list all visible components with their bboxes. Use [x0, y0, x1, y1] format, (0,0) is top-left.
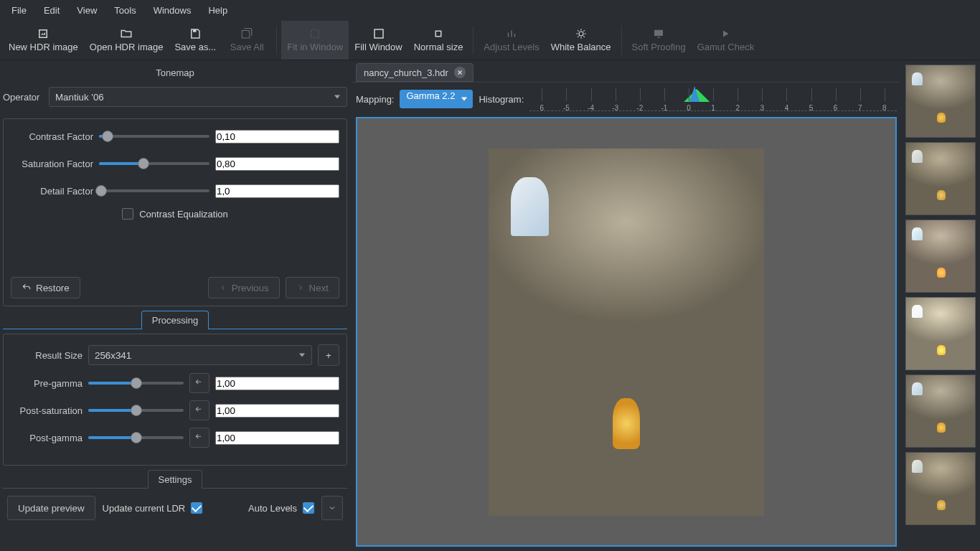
processing-tabs: Processing — [3, 311, 347, 329]
chevron-right-icon — [296, 283, 305, 292]
save-all-label: Save All — [230, 42, 264, 52]
thumbnail[interactable] — [905, 297, 976, 370]
image-canvas[interactable] — [356, 117, 897, 547]
detail-label: Detail Factor — [11, 186, 93, 197]
white-balance-button[interactable]: White Balance — [545, 21, 617, 60]
contrast-eq-checkbox[interactable] — [122, 208, 133, 220]
tab-processing[interactable]: Processing — [141, 311, 209, 329]
file-tab[interactable]: nancy_church_3.hdr — [356, 63, 473, 82]
histogram-tick: 6 — [529, 104, 554, 112]
operator-select[interactable]: Mantiuk '06 — [49, 87, 347, 107]
viewer-controls: Mapping: Gamma 2.2 Histogram: 6-5-4-3-2-… — [352, 82, 901, 116]
detail-slider[interactable] — [99, 181, 209, 201]
save-all-button[interactable]: Save All — [222, 21, 272, 60]
postgamma-label: Post-gamma — [11, 433, 83, 443]
pregamma-label: Pre-gamma — [11, 378, 83, 389]
thumbnail[interactable] — [905, 375, 976, 448]
folder-icon — [120, 27, 133, 40]
separator — [276, 26, 277, 55]
thumbnail[interactable] — [905, 142, 976, 215]
postgamma-value[interactable] — [215, 431, 339, 445]
saturation-value[interactable] — [215, 157, 339, 171]
reset-icon — [194, 433, 204, 443]
update-preview-button[interactable]: Update preview — [7, 496, 95, 520]
restore-button[interactable]: Restore — [11, 277, 80, 298]
fill-window-button[interactable]: Fill Window — [349, 21, 407, 60]
menu-file[interactable]: File — [3, 2, 35, 19]
file-tab-bar: nancy_church_3.hdr — [352, 60, 901, 82]
histogram-tick: 2 — [725, 104, 750, 112]
sun-icon — [575, 27, 588, 40]
processing-panel: Result Size 256x341 + Pre-gamma Post-sat… — [3, 334, 347, 466]
postsat-slider[interactable] — [88, 400, 184, 420]
postsat-label: Post-saturation — [11, 405, 83, 416]
open-hdr-label: Open HDR image — [90, 42, 164, 52]
soft-proofing-label: Soft Proofing — [632, 42, 686, 52]
mapping-label: Mapping: — [356, 94, 394, 105]
histogram-tick: -5 — [554, 104, 578, 112]
thumbnail[interactable] — [905, 220, 976, 293]
menu-help[interactable]: Help — [199, 2, 236, 19]
bottom-bar: Update preview Update current LDR Auto L… — [3, 493, 347, 523]
saturation-slider[interactable] — [99, 154, 209, 174]
postsat-reset[interactable] — [189, 400, 209, 420]
svg-rect-2 — [374, 29, 383, 38]
histogram[interactable]: 6-5-4-3-2-1012345678 — [529, 87, 897, 111]
contrast-slider[interactable] — [99, 126, 209, 146]
normal-size-button[interactable]: Normal size — [408, 21, 469, 60]
thumbnail[interactable] — [905, 65, 976, 138]
result-size-select[interactable]: 256x341 — [88, 345, 312, 365]
previous-button[interactable]: Previous — [208, 277, 280, 298]
histogram-tick: -1 — [652, 104, 677, 112]
play-icon — [719, 27, 732, 40]
auto-levels-checkbox[interactable] — [303, 502, 314, 514]
histogram-tick: 4 — [774, 104, 798, 112]
tonemap-params: Contrast Factor Saturation Factor Detail… — [3, 118, 347, 306]
preview-image — [489, 149, 764, 516]
pregamma-reset[interactable] — [189, 373, 209, 393]
save-as-button[interactable]: Save as... — [169, 21, 222, 60]
file-tab-label: nancy_church_3.hdr — [364, 67, 448, 78]
result-size-plus-button[interactable]: + — [318, 344, 339, 366]
auto-levels-label: Auto Levels — [248, 503, 297, 514]
floppy-stack-icon — [240, 27, 253, 40]
histogram-tick: 0 — [677, 104, 701, 112]
pregamma-value[interactable] — [215, 377, 339, 390]
contrast-value[interactable] — [215, 130, 339, 143]
postsat-value[interactable] — [215, 404, 339, 418]
contrast-label: Contrast Factor — [11, 131, 93, 142]
white-balance-label: White Balance — [551, 42, 611, 52]
monitor-icon — [652, 27, 665, 40]
thumbnail[interactable] — [905, 452, 976, 525]
tab-settings[interactable]: Settings — [148, 470, 203, 489]
new-hdr-button[interactable]: New HDR image — [3, 21, 84, 60]
saturation-label: Saturation Factor — [11, 159, 93, 169]
auto-levels-menu-button[interactable] — [321, 496, 343, 520]
histogram-tick: -3 — [603, 104, 628, 112]
postgamma-reset[interactable] — [189, 428, 209, 448]
next-button[interactable]: Next — [286, 277, 339, 298]
fit-window-button[interactable]: Fit in Window — [281, 21, 349, 60]
viewer-area: nancy_church_3.hdr Mapping: Gamma 2.2 Hi… — [352, 60, 901, 551]
menu-tools[interactable]: Tools — [105, 2, 144, 19]
menu-view[interactable]: View — [68, 2, 105, 19]
soft-proofing-button[interactable]: Soft Proofing — [626, 21, 692, 60]
update-ldr-checkbox[interactable] — [191, 502, 202, 514]
normal-size-label: Normal size — [414, 42, 463, 52]
open-hdr-button[interactable]: Open HDR image — [84, 21, 169, 60]
update-ldr-label: Update current LDR — [103, 503, 186, 514]
histogram-label: Histogram: — [479, 94, 524, 105]
detail-value[interactable] — [215, 184, 339, 198]
gamut-check-button[interactable]: Gamut Check — [692, 21, 760, 60]
pregamma-slider[interactable] — [88, 373, 184, 393]
histogram-tick: 6 — [824, 104, 848, 112]
svg-point-4 — [579, 32, 583, 36]
close-tab-button[interactable] — [454, 67, 466, 78]
adjust-levels-button[interactable]: Adjust Levels — [478, 21, 545, 60]
mapping-select[interactable]: Gamma 2.2 — [400, 90, 473, 108]
postgamma-slider[interactable] — [88, 428, 184, 448]
separator — [473, 26, 473, 55]
histogram-tick: 1 — [701, 104, 725, 112]
menu-edit[interactable]: Edit — [35, 2, 68, 19]
menu-windows[interactable]: Windows — [145, 2, 200, 19]
